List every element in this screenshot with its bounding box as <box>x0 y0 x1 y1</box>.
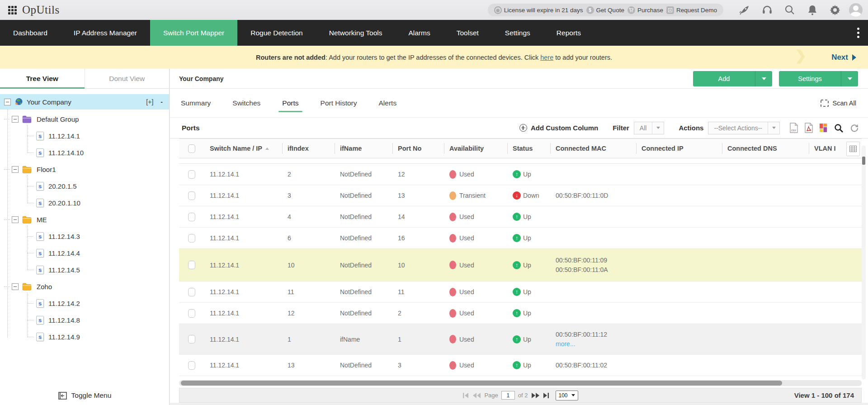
purchase-button[interactable]: Purchase <box>627 6 663 14</box>
table-row[interactable]: 11.12.14.112NotDefined2Used↑Up <box>179 303 862 324</box>
row-checkbox[interactable] <box>188 335 195 343</box>
select-all-checkbox[interactable] <box>188 144 195 153</box>
color-legend-icon[interactable] <box>820 124 827 132</box>
sort-ascending-icon[interactable] <box>265 148 269 150</box>
table-row[interactable]: 11.12.14.14NotDefined14Used↑Up <box>179 206 862 228</box>
tree-node-zoho[interactable]: Zoho <box>0 278 169 295</box>
table-row[interactable]: 11.12.14.13NotDefined13Transient↓Down00:… <box>179 185 862 206</box>
tab-switches[interactable]: Switches <box>231 89 262 118</box>
tab-alerts[interactable]: Alerts <box>377 89 399 118</box>
bell-icon[interactable] <box>801 3 824 17</box>
table-vertical-scrollbar[interactable] <box>862 146 866 379</box>
row-checkbox[interactable] <box>188 213 195 221</box>
tree-node-me[interactable]: ME <box>0 211 169 228</box>
table-horizontal-scrollbar[interactable] <box>179 380 862 386</box>
nav-item-rogue-detection[interactable]: Rogue Detection <box>237 20 316 46</box>
tree-node-11-12-14-3[interactable]: s11.12.14.3 <box>0 228 169 245</box>
gear-icon[interactable] <box>824 3 846 17</box>
table-row[interactable]: 11.12.14.12NotDefined12Used↑Up <box>179 164 862 185</box>
cell-portno: 14 <box>392 213 444 220</box>
nav-item-settings[interactable]: Settings <box>492 20 543 46</box>
table-row[interactable]: 11.12.14.16NotDefined16Used↑Up <box>179 228 862 249</box>
settings-dropdown-caret[interactable] <box>841 71 858 86</box>
row-checkbox[interactable] <box>188 309 195 318</box>
tree-collapse-box[interactable] <box>12 166 19 173</box>
add-custom-column-button[interactable]: Add Custom Column <box>519 124 598 132</box>
tree-add-control[interactable]: [+] <box>146 98 153 105</box>
export-csv-icon[interactable]: csv <box>790 123 798 133</box>
tab-summary[interactable]: Summary <box>179 89 212 118</box>
next-button[interactable]: Next <box>831 46 856 69</box>
table-row[interactable]: 11.12.14.111NotDefined11Used↑Up <box>179 281 862 303</box>
add-dropdown-caret[interactable] <box>755 71 772 86</box>
row-checkbox[interactable] <box>188 361 195 370</box>
last-page-button[interactable] <box>543 392 550 399</box>
first-page-button[interactable] <box>462 392 469 399</box>
row-checkbox[interactable] <box>188 261 195 269</box>
tab-port-history[interactable]: Port History <box>319 89 359 118</box>
nav-item-ip-address-manager[interactable]: IP Address Manager <box>61 20 150 46</box>
headset-icon[interactable] <box>756 3 778 17</box>
actions-select[interactable]: --Select Actions-- <box>708 122 780 134</box>
tree-device-label: 11.12.14.4 <box>48 249 80 257</box>
toggle-menu-button[interactable]: Toggle Menu <box>0 391 170 400</box>
tree-node-11-12-14-1[interactable]: s11.12.14.1 <box>0 128 169 144</box>
tree-node-default-group[interactable]: Default Group <box>0 111 169 128</box>
cell-connected-mac: 00:50:BF:00:11:0D <box>550 191 636 200</box>
user-avatar[interactable] <box>849 3 863 17</box>
prev-page-button[interactable] <box>472 392 481 399</box>
scan-all-button[interactable]: Scan All <box>821 100 868 107</box>
row-checkbox[interactable] <box>188 191 195 200</box>
request-demo-button[interactable]: Request Demo <box>666 6 717 14</box>
tree-node-11-12-14-9[interactable]: s11.12.14.9 <box>0 329 169 345</box>
sidebar-tab-tree-view[interactable]: Tree View <box>0 69 85 88</box>
more-link[interactable]: more... <box>556 339 636 349</box>
table-row[interactable]: 11.12.14.113NotDefined3Used↑Up00:50:BF:0… <box>179 355 862 376</box>
license-status[interactable]: ◉ License will expire in 21 days <box>494 6 583 14</box>
tree-collapse-box[interactable] <box>4 99 11 105</box>
page-number-input[interactable] <box>501 391 515 400</box>
column-chooser-button[interactable] <box>846 142 860 156</box>
tree-node-11-12-14-8[interactable]: s11.12.14.8 <box>0 312 169 329</box>
tree-node-11-12-14-5[interactable]: s11.12.14.5 <box>0 262 169 278</box>
export-pdf-icon[interactable] <box>805 123 813 133</box>
tree-node-floor1[interactable]: Floor1 <box>0 161 169 178</box>
tree-collapse-box[interactable] <box>12 283 19 290</box>
nav-item-switch-port-mapper[interactable]: Switch Port Mapper <box>150 20 237 46</box>
refresh-icon[interactable] <box>850 124 859 133</box>
page-size-select[interactable]: 100 <box>556 391 578 400</box>
nav-item-reports[interactable]: Reports <box>543 20 594 46</box>
sidebar-tab-donut-view[interactable]: Donut View <box>85 69 170 88</box>
add-routers-link[interactable]: here <box>540 54 553 61</box>
add-button[interactable]: Add <box>693 71 772 86</box>
tree-collapse-control[interactable]: - <box>160 98 163 105</box>
nav-item-networking-tools[interactable]: Networking Tools <box>316 20 396 46</box>
tree-node-20-20-1-10[interactable]: s20.20.1.10 <box>0 195 169 211</box>
table-row[interactable]: 11.12.14.110NotDefined10Used↑Up00:50:BF:… <box>179 249 862 281</box>
filter-select[interactable]: All <box>634 122 665 134</box>
app-grid-icon[interactable] <box>8 6 17 14</box>
row-checkbox[interactable] <box>188 170 195 179</box>
table-body: 11.12.14.12NotDefined12Used↑Up11.12.14.1… <box>179 158 862 379</box>
row-checkbox[interactable] <box>188 288 195 296</box>
table-row[interactable]: 11.12.14.11ifName1Used↑Up00:50:BF:00:11:… <box>179 324 862 355</box>
tab-ports[interactable]: Ports <box>280 89 300 118</box>
tree-node-20-20-1-5[interactable]: s20.20.1.5 <box>0 178 169 195</box>
tree-node-11-12-14-2[interactable]: s11.12.14.2 <box>0 295 169 312</box>
tree-node-11-12-14-4[interactable]: s11.12.14.4 <box>0 245 169 262</box>
get-quote-button[interactable]: $ Get Quote <box>586 6 624 14</box>
table-search-icon[interactable] <box>834 123 844 133</box>
tree-collapse-box[interactable] <box>12 116 19 123</box>
tree-collapse-box[interactable] <box>12 216 19 223</box>
rocket-icon[interactable] <box>733 3 756 17</box>
nav-item-toolset[interactable]: Toolset <box>443 20 492 46</box>
settings-button[interactable]: Settings <box>779 71 858 86</box>
tree-node-11-12-14-10[interactable]: s11.12.14.10 <box>0 144 169 161</box>
search-icon[interactable] <box>778 3 801 17</box>
nav-overflow-menu-icon[interactable] <box>848 20 868 46</box>
tree-node-your-company[interactable]: Your Company[+]- <box>0 94 169 110</box>
nav-item-alarms[interactable]: Alarms <box>395 20 443 46</box>
next-page-button[interactable] <box>531 392 540 399</box>
row-checkbox[interactable] <box>188 234 195 243</box>
nav-item-dashboard[interactable]: Dashboard <box>0 20 61 46</box>
